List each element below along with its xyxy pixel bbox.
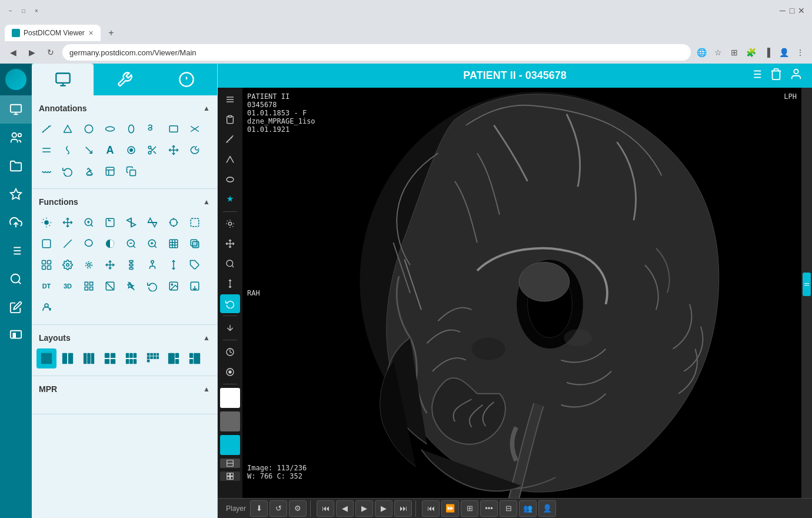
new-tab-btn[interactable]: + (103, 25, 119, 41)
vtb-grid-sq[interactable] (220, 459, 240, 468)
player-next-btn[interactable]: ▶ (375, 500, 392, 517)
tool-spine-tool[interactable] (121, 255, 141, 275)
layout-3x3[interactable] (142, 348, 162, 368)
tool-eraser2[interactable] (100, 161, 120, 181)
tool-undo[interactable] (58, 161, 78, 181)
vtb-clipboard-btn[interactable] (220, 110, 240, 129)
tool-rect[interactable] (164, 119, 184, 139)
vtb-zoom-btn[interactable] (220, 254, 240, 273)
tool-magic-wand[interactable] (121, 276, 141, 296)
sidebar-monitor-btn[interactable] (0, 95, 32, 124)
vtb-grid-sq2[interactable] (220, 471, 240, 481)
window-maximize-icon[interactable]: □ (787, 6, 797, 15)
tools-tab-tools[interactable] (94, 64, 155, 95)
sidebar-search-btn[interactable] (0, 265, 32, 293)
tool-contrast[interactable] (100, 234, 120, 254)
tool-grid-overlay[interactable] (164, 234, 184, 254)
tool-freehand[interactable] (142, 119, 162, 139)
vtb-angle-btn[interactable] (220, 150, 240, 169)
vtb-cine2-btn[interactable] (220, 363, 240, 381)
tool-person2[interactable] (36, 297, 56, 317)
tool-flip-v[interactable] (121, 212, 141, 233)
tool-arrow-multi[interactable] (164, 140, 184, 160)
back-btn[interactable]: ◀ (6, 45, 20, 59)
extra-group-btn[interactable]: 👥 (519, 500, 537, 517)
sidebar-users-btn[interactable] (0, 124, 32, 152)
tool-crosshair[interactable] (164, 212, 184, 233)
tool-move-4way[interactable] (100, 255, 120, 275)
tool-angle[interactable] (58, 119, 78, 139)
tool-overlay2[interactable] (185, 234, 205, 254)
minimize-btn[interactable]: − (6, 6, 15, 15)
tab-group-icon[interactable]: ⊞ (728, 47, 740, 58)
vtb-scroll2-btn[interactable] (220, 318, 240, 337)
player-first-btn[interactable]: ⏮ (317, 500, 334, 517)
tool-wave[interactable] (36, 161, 56, 181)
tools-tab-info[interactable] (155, 64, 217, 95)
vtb-brightness-btn[interactable] (220, 214, 240, 233)
player-play-btn[interactable]: ▶ (355, 500, 373, 517)
tool-copy[interactable] (121, 161, 141, 181)
header-user-btn[interactable] (790, 68, 803, 84)
tool-ellipse-h[interactable] (100, 119, 120, 139)
tool-3d[interactable]: 3D (58, 276, 78, 296)
browser-tab-active[interactable]: PostDICOM Viewer ✕ (5, 25, 101, 41)
tool-brightness[interactable] (36, 212, 56, 233)
bookmark-icon[interactable]: ☆ (712, 47, 724, 58)
tool-ruler[interactable] (36, 119, 56, 139)
image-display[interactable]: PATIENT II 0345678 01.01.1853 - F dzne_M… (242, 88, 801, 499)
refresh-btn[interactable]: ↻ (44, 45, 58, 59)
annotations-header[interactable]: Annotations ▲ (36, 100, 212, 117)
viewer-scrollbar[interactable] (801, 88, 812, 499)
layouts-header[interactable]: Layouts ▲ (36, 330, 212, 346)
scroll-thumb[interactable] (803, 273, 811, 296)
player-last-btn[interactable]: ⏭ (394, 500, 412, 517)
player-download-btn[interactable]: ⬇ (250, 500, 268, 517)
vtb-gray-sq[interactable] (220, 411, 240, 431)
tool-line[interactable] (58, 234, 78, 254)
vtb-white-sq[interactable] (220, 388, 240, 408)
sidebar-upload-btn[interactable] (0, 208, 32, 237)
tool-rect-diag[interactable] (100, 276, 120, 296)
extra-dots-btn[interactable]: ••• (480, 500, 498, 517)
player-settings-btn[interactable]: ⚙ (289, 500, 307, 517)
sidebar-list-btn[interactable] (0, 237, 32, 265)
tool-flip-h[interactable] (142, 212, 162, 233)
sidebar-icon[interactable]: ▐ (761, 47, 773, 58)
layout-1x3[interactable] (79, 348, 99, 368)
header-delete-btn[interactable] (770, 68, 783, 84)
layouts-toggle[interactable]: ▲ (203, 334, 210, 342)
mpr-toggle[interactable]: ▲ (203, 385, 210, 393)
tool-lasso2[interactable] (79, 234, 99, 254)
tool-dt[interactable]: DT (36, 276, 56, 296)
close-window-btn[interactable]: × (32, 6, 41, 15)
tool-rect-select[interactable] (36, 234, 56, 254)
layout-1x1[interactable] (36, 348, 56, 368)
vtb-menu-btn[interactable] (220, 90, 240, 109)
tool-pan[interactable] (58, 212, 78, 233)
vtb-teal-sq[interactable] (220, 435, 240, 455)
tool-sort[interactable] (164, 255, 184, 275)
tool-zoom[interactable] (79, 212, 99, 233)
tool-image-ref[interactable] (164, 276, 184, 296)
tool-gear[interactable] (58, 255, 78, 275)
extension-icon[interactable]: 🧩 (745, 47, 757, 58)
maximize-btn[interactable]: □ (19, 6, 28, 15)
mpr-header[interactable]: MPR ▲ (36, 381, 212, 397)
player-reload-btn[interactable]: ↺ (269, 500, 287, 517)
vtb-rotate-btn[interactable] (220, 294, 240, 313)
extra-minus-btn[interactable]: ⊟ (500, 500, 517, 517)
window-minimize-icon[interactable]: ─ (778, 6, 787, 15)
tool-dot[interactable] (121, 140, 141, 160)
tool-grid2[interactable] (79, 276, 99, 296)
annotations-toggle[interactable]: ▲ (203, 104, 210, 112)
tools-tab-monitor[interactable] (32, 64, 94, 95)
vtb-ruler-btn[interactable] (220, 130, 240, 149)
layout-2x2[interactable] (100, 348, 120, 368)
tool-cobb[interactable] (185, 119, 205, 139)
tool-circle[interactable] (79, 119, 99, 139)
tab-close-btn[interactable]: ✕ (88, 29, 94, 37)
tool-eraser[interactable] (79, 161, 99, 181)
sidebar-paint-btn[interactable] (0, 180, 32, 208)
tool-text[interactable]: A (100, 140, 120, 160)
